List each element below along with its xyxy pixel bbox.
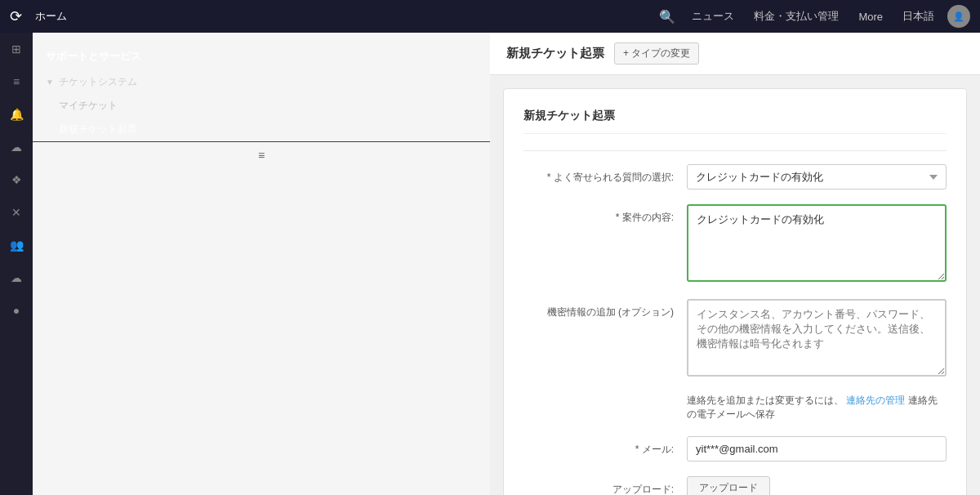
secret-field — [687, 299, 947, 379]
home-label[interactable]: ホーム — [35, 9, 67, 24]
sidebar-item-my-tickets[interactable]: マイチケット — [33, 94, 490, 118]
email-row: * メール: — [523, 436, 947, 462]
email-input[interactable] — [687, 436, 947, 462]
change-type-button[interactable]: + タイプの変更 — [614, 42, 699, 65]
list-icon[interactable]: ≡ — [10, 72, 23, 91]
faq-row: * よく寄せられる質問の選択: クレジットカードの有効化 — [523, 164, 947, 190]
storage-icon[interactable]: ☁ — [7, 268, 25, 288]
main-content: 新規チケット起票 + タイプの変更 新規チケット起票 * よく寄せられる質問の選… — [490, 33, 980, 495]
body-layout: ⊞ ≡ 🔔 ☁ ❖ ✕ 👥 ☁ ● サポートとサービス ▼ チケットシステム マ… — [0, 33, 980, 495]
sidebar-section-title: サポートとサービス — [33, 39, 490, 70]
content-textarea[interactable] — [687, 204, 947, 282]
close-icon[interactable]: ✕ — [8, 203, 24, 222]
chevron-icon: ▼ — [46, 78, 54, 87]
faq-label: * よく寄せられる質問の選択: — [523, 164, 687, 185]
lang-nav-item[interactable]: 日本語 — [896, 9, 941, 24]
content-row: * 案件の内容: — [523, 204, 947, 284]
contact-info: 連絡先を追加または変更するには、 連絡先の管理 連絡先の電子メールへ保存 — [523, 394, 947, 421]
grid-icon[interactable]: ⊞ — [8, 39, 24, 59]
page-header: 新規チケット起票 + タイプの変更 — [490, 33, 980, 75]
upload-row: アップロード: アップロード 1. 各添付資料は 8 MB までです。次の形式が… — [523, 476, 947, 495]
form-card: 新規チケット起票 * よく寄せられる質問の選択: クレジットカードの有効化 * … — [503, 88, 967, 495]
bell-icon[interactable]: 🔔 — [7, 105, 27, 124]
sidebar-item-new-ticket[interactable]: 新規チケット起票 — [33, 118, 490, 141]
logo-icon[interactable]: ⟳ — [10, 7, 22, 25]
faq-select[interactable]: クレジットカードの有効化 — [687, 164, 947, 190]
page-title: 新規チケット起票 — [506, 46, 604, 61]
email-field — [687, 436, 947, 462]
top-nav: ⟳ ホーム 🔍 ニュース 料金・支払い管理 More 日本語 👤 — [0, 0, 980, 33]
user-avatar[interactable]: 👤 — [947, 5, 970, 28]
sidebar: ⊞ ≡ 🔔 ☁ ❖ ✕ 👥 ☁ ● サポートとサービス ▼ チケットシステム マ… — [0, 33, 490, 495]
email-label: * メール: — [523, 436, 687, 457]
contact-management-link[interactable]: 連絡先の管理 — [846, 395, 905, 406]
more-nav-item[interactable]: More — [852, 11, 889, 23]
upload-label: アップロード: — [523, 476, 687, 495]
secret-row: 機密情報の追加 (オプション) — [523, 299, 947, 379]
form-divider — [523, 150, 947, 151]
sidebar-group-ticket-system[interactable]: ▼ チケットシステム — [33, 70, 490, 94]
upload-field: アップロード 1. 各添付資料は 8 MB までです。次の形式がサポートされます… — [687, 476, 947, 495]
dot-icon[interactable]: ● — [10, 301, 23, 320]
secret-label: 機密情報の追加 (オプション) — [523, 299, 687, 319]
layer-icon[interactable]: ❖ — [8, 170, 25, 190]
sidebar-nav: サポートとサービス ▼ チケットシステム マイチケット 新規チケット起票 ≡ — [33, 33, 490, 495]
people-icon[interactable]: 👥 — [7, 235, 27, 255]
sidebar-toggle[interactable]: ≡ — [33, 141, 490, 168]
sidebar-icon-strip: ⊞ ≡ 🔔 ☁ ❖ ✕ 👥 ☁ ● — [0, 33, 33, 495]
billing-nav-item[interactable]: 料金・支払い管理 — [747, 9, 845, 24]
faq-field: クレジットカードの有効化 — [687, 164, 947, 190]
content-field — [687, 204, 947, 284]
search-icon[interactable]: 🔍 — [656, 6, 679, 28]
content-label: * 案件の内容: — [523, 204, 687, 225]
sidebar-group-label: チケットシステム — [59, 75, 137, 89]
upload-button[interactable]: アップロード — [687, 476, 770, 495]
cloud-icon[interactable]: ☁ — [7, 137, 25, 157]
secret-textarea[interactable] — [687, 299, 947, 377]
news-nav-item[interactable]: ニュース — [685, 9, 741, 24]
form-title: 新規チケット起票 — [523, 109, 947, 134]
